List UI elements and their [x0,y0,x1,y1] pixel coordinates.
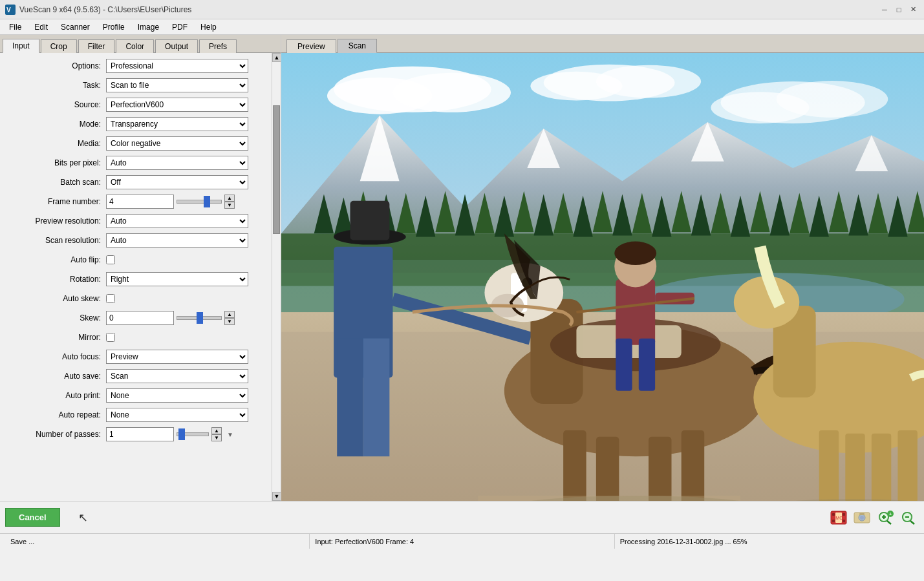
status-center: Input: PerfectionV600 Frame: 4 [310,534,614,549]
frame-slider-thumb[interactable] [204,196,210,207]
rotation-label: Rotation: [3,275,106,284]
menu-pdf[interactable]: PDF [166,19,194,35]
autoflip-checkbox[interactable] [106,255,115,264]
skew-row: Skew: ▲ ▼ [3,310,269,326]
autosave-select[interactable]: Scan [106,369,248,383]
passes-spinbuttons: ▲ ▼ [211,427,222,441]
source-label: Source: [3,100,106,109]
frame-slider-track[interactable] [177,200,222,204]
bottom-bar: Cancel ↖ IMG [0,501,924,533]
scroll-down-indicator[interactable]: ▼ [227,431,233,438]
tab-prefs[interactable]: Prefs [199,39,237,53]
passes-slider-thumb[interactable] [178,428,185,440]
tab-output[interactable]: Output [155,39,198,53]
menu-bar: File Edit Scanner Profile Image PDF Help [0,19,924,35]
close-button[interactable]: ✕ [907,4,919,16]
svg-line-113 [910,521,914,524]
passes-spin-up[interactable]: ▲ [211,427,222,434]
svg-point-5 [392,73,511,112]
autoskew-control [106,294,269,303]
autorepeat-control: None [106,408,269,422]
sub-tabs: Input Crop Filter Color Output Prefs [0,35,281,53]
autoprint-row: Auto print: None [3,388,269,403]
frame-spin-up[interactable]: ▲ [224,195,235,202]
preview-res-select[interactable]: Auto [106,214,248,228]
passes-slider-track[interactable] [177,432,209,436]
preview-tab[interactable]: Preview [286,39,336,53]
menu-scanner[interactable]: Scanner [54,19,96,35]
options-label: Options: [3,61,106,70]
passes-input[interactable] [106,427,174,441]
skew-slider-track[interactable] [177,316,222,320]
scroll-track[interactable] [272,62,281,492]
menu-profile[interactable]: Profile [96,19,131,35]
frame-spinbuttons: ▲ ▼ [224,195,235,209]
frame-row: Frame number: ▲ ▼ [3,194,269,209]
autoskew-checkbox[interactable] [106,294,115,303]
maximize-button[interactable]: □ [893,4,905,16]
options-row: Options: Professional [3,58,269,74]
scan-res-select[interactable]: Auto [106,233,248,248]
skew-spin-down[interactable]: ▼ [224,318,235,325]
autosave-row: Auto save: Scan [3,368,269,384]
preview-controls: IMG [828,509,919,527]
skew-spin-up[interactable]: ▲ [224,311,235,318]
options-select[interactable]: Professional [106,59,248,73]
zoom-search-button[interactable] [898,509,919,527]
batch-row: Batch scan: Off [3,174,269,190]
autofocus-select[interactable]: Preview [106,350,248,364]
media-label: Media: [3,139,106,148]
tab-filter[interactable]: Filter [78,39,115,53]
rotation-control: Right [106,272,269,286]
frame-spin-down[interactable]: ▼ [224,202,235,209]
batch-select[interactable]: Off [106,175,248,189]
tab-input[interactable]: Input [3,39,39,53]
task-select[interactable]: Scan to file [106,78,248,92]
rotation-select[interactable]: Right [106,272,248,286]
scroll-thumb[interactable] [273,105,280,235]
skew-slider-thumb[interactable] [197,312,203,324]
skew-input[interactable] [106,311,174,325]
zoom-in-button[interactable]: + [875,509,896,527]
photo-button[interactable] [852,509,872,527]
tab-color[interactable]: Color [116,39,154,53]
mode-select[interactable]: Transparency [106,117,248,131]
cursor-indicator: ↖ [78,511,88,525]
scan-tab[interactable]: Scan [338,39,377,53]
svg-text:V: V [6,6,11,14]
tab-crop[interactable]: Crop [41,39,77,53]
status-left: Save ... [5,534,310,549]
scroll-down-arrow[interactable]: ▼ [272,492,281,501]
skew-label: Skew: [3,313,106,322]
autorepeat-select[interactable]: None [106,408,248,422]
menu-image[interactable]: Image [131,19,166,35]
svg-point-101 [860,516,864,520]
svg-rect-87 [872,434,891,501]
passes-spin-down[interactable]: ▼ [211,434,222,441]
skew-spinbuttons: ▲ ▼ [224,311,235,325]
scroll-up-arrow[interactable]: ▲ [272,53,281,62]
media-select[interactable]: Color negative [106,136,248,151]
preview-scene [281,53,924,501]
cancel-button[interactable]: Cancel [5,508,60,527]
svg-rect-55 [363,339,390,457]
minimize-button[interactable]: ─ [879,4,890,16]
mirror-label: Mirror: [3,333,106,342]
status-input: Input: PerfectionV600 Frame: 4 [315,538,414,545]
menu-edit[interactable]: Edit [28,19,54,35]
menu-help[interactable]: Help [194,19,223,35]
window-controls: ─ □ ✕ [879,4,919,16]
autoprint-select[interactable]: None [106,388,248,403]
bits-select[interactable]: Auto [106,156,248,170]
menu-file[interactable]: File [3,19,28,35]
filmstrip-button[interactable]: IMG [828,509,849,527]
mirror-checkbox[interactable] [106,333,115,342]
preview-image-container [281,53,924,501]
svg-rect-67 [649,437,672,501]
passes-row: Number of passes: ▲ ▼ [3,427,269,442]
settings-area: Options: Professional Task: Scan to fi [0,53,272,501]
source-select[interactable]: PerfectionV600 [106,98,248,112]
settings-scrollbar[interactable]: ▲ ▼ [272,53,281,501]
frame-input[interactable] [106,195,174,209]
passes-label: Number of passes: [3,430,106,439]
